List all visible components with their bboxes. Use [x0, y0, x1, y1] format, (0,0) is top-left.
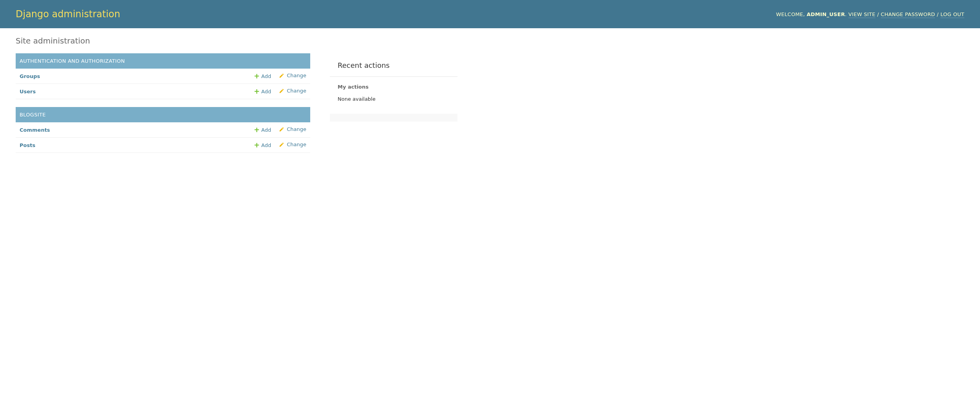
view-site-link[interactable]: VIEW SITE: [848, 11, 875, 18]
user-tools: WELCOME, ADMIN_USER. VIEW SITE / CHANGE …: [776, 11, 964, 17]
add-label: Add: [261, 127, 271, 133]
model-row-comments: Comments Add Change: [16, 122, 310, 138]
branding-link[interactable]: Django administration: [16, 9, 120, 20]
separator: /: [935, 11, 940, 17]
welcome-text: WELCOME,: [776, 11, 806, 17]
add-link-groups[interactable]: Add: [254, 73, 271, 80]
branding: Django administration: [16, 9, 120, 20]
change-link-comments[interactable]: Change: [279, 126, 306, 132]
model-row-groups: Groups Add Change: [16, 69, 310, 84]
model-link-users[interactable]: Users: [20, 89, 36, 94]
change-label: Change: [287, 88, 306, 94]
app-caption-blogsite: BLOGSITE: [16, 107, 310, 122]
recent-actions-module: Recent actions My actions None available: [330, 53, 457, 114]
app-caption-auth: AUTHENTICATION AND AUTHORIZATION: [16, 53, 310, 69]
app-module-auth: AUTHENTICATION AND AUTHORIZATION Groups …: [16, 53, 310, 99]
change-link-users[interactable]: Change: [279, 88, 306, 94]
model-row-posts: Posts Add Change: [16, 138, 310, 153]
app-link-blogsite[interactable]: BLOGSITE: [20, 112, 46, 118]
add-link-users[interactable]: Add: [254, 88, 271, 95]
model-row-users: Users Add Change: [16, 84, 310, 99]
change-label: Change: [287, 142, 306, 147]
model-link-comments[interactable]: Comments: [20, 127, 50, 133]
model-link-posts[interactable]: Posts: [20, 142, 35, 148]
app-module-blogsite: BLOGSITE Comments Add Change Posts Add C…: [16, 107, 310, 153]
add-label: Add: [261, 142, 271, 148]
add-label: Add: [261, 89, 271, 94]
change-link-groups[interactable]: Change: [279, 73, 306, 78]
logout-link[interactable]: LOG OUT: [940, 11, 964, 18]
content: Site administration AUTHENTICATION AND A…: [0, 28, 980, 169]
period: .: [845, 11, 848, 17]
page-title: Site administration: [16, 36, 964, 45]
add-label: Add: [261, 73, 271, 79]
change-label: Change: [287, 126, 306, 132]
content-main: AUTHENTICATION AND AUTHORIZATION Groups …: [16, 53, 310, 161]
username: ADMIN_USER: [806, 11, 845, 17]
model-link-groups[interactable]: Groups: [20, 73, 40, 79]
add-link-comments[interactable]: Add: [254, 126, 271, 133]
change-link-posts[interactable]: Change: [279, 142, 306, 147]
recent-actions-heading: Recent actions: [330, 53, 457, 77]
header: Django administration WELCOME, ADMIN_USE…: [0, 0, 980, 28]
none-available-text: None available: [330, 93, 457, 114]
my-actions-heading: My actions: [330, 77, 457, 93]
change-password-link[interactable]: CHANGE PASSWORD: [881, 11, 935, 18]
change-label: Change: [287, 73, 306, 78]
content-related: Recent actions My actions None available: [330, 53, 457, 122]
app-link-auth[interactable]: AUTHENTICATION AND AUTHORIZATION: [20, 58, 125, 64]
add-link-posts[interactable]: Add: [254, 142, 271, 149]
separator: /: [875, 11, 881, 17]
